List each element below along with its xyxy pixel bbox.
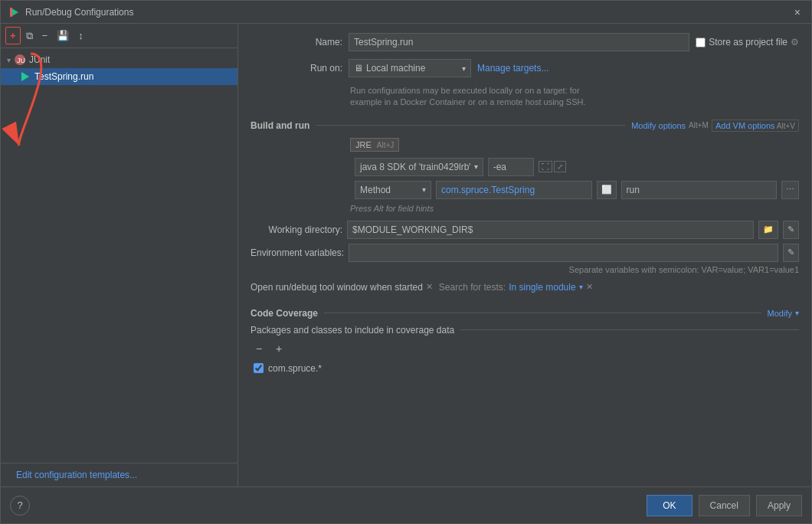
env-vars-label: Environment variables: [250, 247, 344, 258]
env-vars-edit-button[interactable]: ✎ [783, 244, 799, 262]
gear-icon[interactable]: ⚙ [791, 37, 799, 47]
store-project-row: Store as project file ⚙ [696, 37, 799, 47]
title-bar: Run/Debug Configurations × [1, 1, 811, 24]
expand-icon[interactable]: ⛶ [539, 161, 552, 172]
method-class-row: Method ▾ ⬜ ⋯ [250, 181, 799, 199]
action-buttons: OK Cancel Apply [647, 495, 802, 516]
open-window-chip: Open run/debug tool window when started … [250, 282, 433, 293]
apply-button[interactable]: Apply [756, 495, 802, 516]
search-tests-chevron[interactable]: ▾ [579, 283, 583, 291]
name-input[interactable] [349, 33, 689, 51]
configuration-tree: ▾ JU JUnit TestSpring.run [1, 48, 237, 463]
run-on-select[interactable]: 🖥 Local machine ▾ [349, 59, 471, 77]
modify-coverage-chevron: ▾ [795, 309, 799, 317]
method-select[interactable]: Method ▾ [355, 181, 431, 199]
svg-marker-4 [21, 72, 29, 81]
local-machine-icon: 🖥 [354, 63, 363, 74]
packages-title: Packages and classes to include in cover… [250, 325, 454, 336]
help-button[interactable]: ? [10, 496, 30, 516]
build-run-actions: Modify options Alt+M Add VM options Alt+… [631, 120, 799, 132]
junit-group: ▾ JU JUnit TestSpring.run [1, 51, 237, 85]
sdk-vm-row: java 8 SDK of 'train0429lrb' ▾ ⛶ ⤢ [250, 158, 799, 176]
packages-divider [460, 329, 799, 330]
dir-browse-button[interactable]: 📁 [758, 221, 778, 239]
method-input[interactable] [621, 181, 778, 199]
store-project-checkbox[interactable] [696, 38, 706, 47]
class-browse-button[interactable]: ⬜ [597, 181, 617, 199]
build-run-label: Build and run [250, 120, 309, 131]
field-hints-text: Press Alt for field hints [350, 204, 799, 213]
expand-icons: ⛶ ⤢ [539, 161, 566, 172]
method-more-button[interactable]: ⋯ [781, 181, 799, 199]
right-panel: Name: Store as project file ⚙ Run on: 🖥 … [238, 24, 811, 486]
sdk-row: JRE Alt+J [250, 138, 799, 153]
copy-configuration-button[interactable]: ⧉ [22, 28, 37, 44]
search-tests-value[interactable]: In single module [509, 282, 575, 293]
add-package-button[interactable]: + [270, 340, 287, 357]
left-panel: + ⧉ − 💾 ↕ ▾ JU JUnit [1, 24, 238, 486]
search-tests-remove-button[interactable]: ✕ [586, 282, 593, 292]
section-divider [316, 125, 625, 126]
junit-icon: JU [14, 54, 26, 66]
dialog-title: Run/Debug Configurations [25, 7, 133, 18]
package-checkbox[interactable] [254, 363, 264, 373]
search-tests-chip: Search for tests: In single module ▾ ✕ [439, 282, 593, 293]
working-dir-row: Working directory: 📁 ✎ [250, 221, 799, 239]
ok-button[interactable]: OK [647, 495, 692, 516]
open-window-label: Open run/debug tool window when started [250, 282, 423, 293]
package-value: com.spruce.* [268, 363, 322, 374]
env-vars-input[interactable] [349, 244, 778, 262]
remove-package-button[interactable]: − [250, 340, 267, 357]
toolbar: + ⧉ − 💾 ↕ [1, 24, 237, 48]
packages-toolbar: − + [250, 340, 799, 357]
add-configuration-button[interactable]: + [5, 27, 21, 44]
junit-group-label: JUnit [29, 54, 50, 65]
edit-templates-link[interactable]: Edit configuration templates... [8, 463, 145, 486]
run-on-label: Run on: [250, 63, 342, 74]
testspring-run-item[interactable]: TestSpring.run [1, 68, 237, 85]
package-list-item: com.spruce.* [250, 362, 799, 375]
store-project-label: Store as project file [709, 37, 787, 47]
working-dir-input[interactable] [347, 221, 754, 239]
sort-configurations-button[interactable]: ↕ [74, 28, 87, 44]
name-and-store-row: Name: Store as project file ⚙ [250, 33, 799, 51]
chevron-down-icon: ▾ [7, 56, 11, 64]
code-coverage-header: Code Coverage Modify ▾ [250, 308, 799, 319]
dir-edit-button[interactable]: ✎ [783, 221, 799, 239]
svg-text:JU: JU [17, 57, 25, 64]
add-vm-options-label: Add VM options Alt+V [712, 120, 799, 132]
run-description: Run configurations may be executed local… [350, 85, 799, 109]
close-button[interactable]: × [791, 5, 804, 20]
bottom-bar: ? OK Cancel Apply [1, 486, 811, 523]
modify-options-button[interactable]: Modify options [631, 121, 686, 130]
chevron-down-icon: ▾ [474, 162, 478, 171]
name-row: Name: [250, 33, 689, 51]
sdk-select[interactable]: java 8 SDK of 'train0429lrb' ▾ [355, 158, 483, 176]
jre-hint-label: JRE [355, 140, 372, 149]
working-dir-label: Working directory: [250, 224, 342, 235]
save-configuration-button[interactable]: 💾 [53, 28, 73, 44]
add-vm-options-button[interactable]: Add VM options [715, 121, 775, 130]
vm-options-input[interactable] [488, 158, 534, 176]
build-run-section-header: Build and run Modify options Alt+M Add V… [250, 120, 799, 132]
method-value: Method [360, 185, 391, 195]
run-debug-icon [8, 6, 21, 18]
name-label: Name: [250, 37, 342, 47]
class-input[interactable] [436, 181, 592, 199]
run-config-icon [19, 70, 31, 83]
jre-hint-tooltip: JRE Alt+J [350, 138, 399, 152]
testspring-run-label: TestSpring.run [34, 71, 93, 82]
code-coverage-label: Code Coverage [250, 308, 318, 319]
fullscreen-icon[interactable]: ⤢ [554, 161, 566, 172]
modify-coverage-button[interactable]: Modify [768, 309, 792, 318]
open-window-remove-button[interactable]: ✕ [426, 282, 433, 292]
junit-group-header[interactable]: ▾ JU JUnit [1, 51, 237, 68]
manage-targets-link[interactable]: Manage targets... [477, 63, 548, 74]
run-on-value: Local machine [366, 63, 425, 74]
packages-header: Packages and classes to include in cover… [250, 325, 799, 336]
cancel-button[interactable]: Cancel [699, 495, 750, 516]
coverage-section-divider [324, 313, 761, 313]
remove-configuration-button[interactable]: − [38, 28, 52, 44]
env-vars-hint: Separate variables with semicolon: VAR=v… [250, 265, 799, 274]
svg-rect-1 [10, 8, 12, 17]
